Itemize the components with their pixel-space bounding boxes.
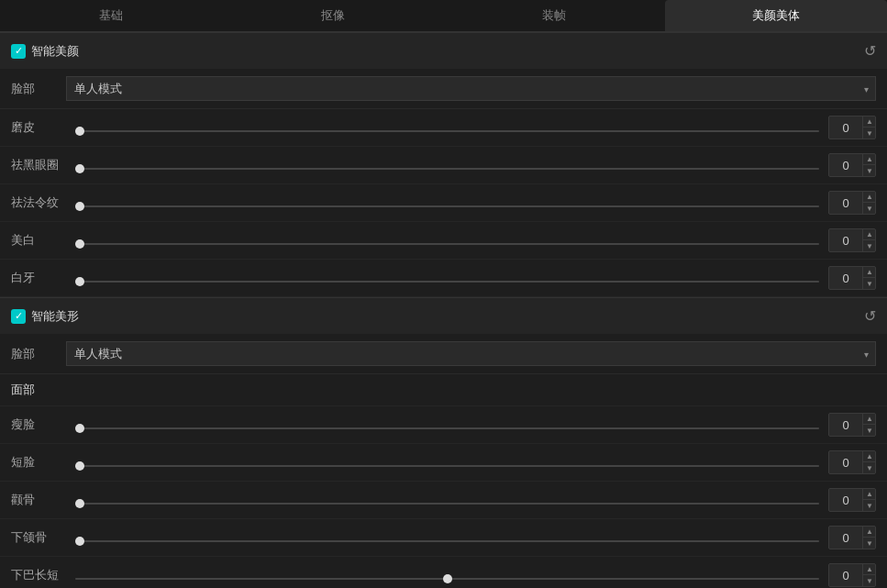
slider-row-heiyequan: 祛黑眼圈 ▲ ▼ (0, 147, 887, 184)
tab-bar: 基础 抠像 装帧 美颜美体 (0, 0, 887, 32)
spinner-up-falingwen[interactable]: ▲ (863, 192, 876, 203)
value-input-mopi[interactable] (829, 118, 862, 138)
slider-label-quangu: 颧骨 (11, 492, 66, 508)
beauty-shape-label: 智能美形 (31, 308, 79, 325)
value-wrapper-baiya: ▲ ▼ (828, 266, 876, 290)
value-input-duanlian[interactable] (829, 453, 862, 472)
check-icon: ✓ (15, 45, 23, 57)
beauty-shape-reset[interactable]: ↺ (864, 307, 876, 325)
slider-row-mopi: 磨皮 ▲ ▼ (0, 109, 887, 147)
slider-duanlian[interactable] (75, 465, 819, 467)
value-input-meibai[interactable] (829, 231, 862, 250)
slider-track-falingwen (75, 196, 819, 210)
spinner-up-meibai[interactable]: ▲ (863, 229, 876, 240)
beauty-shape-header: ✓ 智能美形 ↺ (0, 297, 887, 334)
beauty-face-title: ✓ 智能美颜 (11, 43, 79, 60)
slider-track-xiabachangduan (75, 569, 819, 582)
beauty-face-reset[interactable]: ↺ (864, 42, 876, 60)
beauty-face-checkbox[interactable]: ✓ (11, 44, 26, 59)
slider-label-xiabachangduan: 下巴长短 (11, 567, 66, 583)
value-input-shoulian[interactable] (829, 416, 862, 435)
value-input-xiabachangduan[interactable] (829, 566, 862, 585)
spinner-down-mopi[interactable]: ▼ (863, 128, 876, 139)
slider-falingwen[interactable] (75, 205, 819, 207)
value-input-falingwen[interactable] (829, 194, 862, 213)
slider-track-mopi (75, 121, 819, 135)
slider-track-heiyequan (75, 159, 819, 172)
beauty-face-mode-select[interactable]: 单人模式 多人模式 (66, 76, 876, 101)
value-wrapper-heiyequan: ▲ ▼ (828, 153, 876, 177)
spinner-up-baiya[interactable]: ▲ (863, 267, 876, 278)
slider-row-shoulian: 瘦脸 ▲ ▼ (0, 406, 887, 444)
spinner-down-meibai[interactable]: ▼ (863, 240, 876, 251)
slider-track-duanlian (75, 456, 819, 470)
value-input-xiaqiagu[interactable] (829, 528, 862, 548)
spinner-down-baiya[interactable]: ▼ (863, 278, 876, 289)
spinner-up-mopi[interactable]: ▲ (863, 116, 876, 128)
value-wrapper-duanlian: ▲ ▼ (828, 450, 876, 474)
spinner-up-xiaqiagu[interactable]: ▲ (863, 527, 876, 538)
tab-basic[interactable]: 基础 (0, 0, 222, 31)
value-wrapper-shoulian: ▲ ▼ (828, 413, 876, 437)
slider-row-falingwen: 祛法令纹 ▲ ▼ (0, 184, 887, 222)
spinner-down-quangu[interactable]: ▼ (863, 500, 876, 511)
spinner-down-xiabachangduan[interactable]: ▼ (863, 575, 876, 586)
check-icon-shape: ✓ (15, 310, 23, 322)
slider-meibai[interactable] (75, 243, 819, 245)
slider-track-shoulian (75, 418, 819, 432)
value-wrapper-mopi: ▲ ▼ (828, 116, 876, 139)
tab-beauty[interactable]: 美颜美体 (665, 0, 887, 31)
beauty-shape-mode-select[interactable]: 单人模式 多人模式 (66, 341, 876, 366)
slider-row-xiaqiagu: 下颌骨 ▲ ▼ (0, 519, 887, 557)
spinner-down-heiyequan[interactable]: ▼ (863, 165, 876, 176)
value-wrapper-quangu: ▲ ▼ (828, 488, 876, 512)
slider-xiabachangduan[interactable] (75, 578, 819, 580)
value-input-baiya[interactable] (829, 269, 862, 288)
spinner-up-heiyequan[interactable]: ▲ (863, 154, 876, 165)
spinner-xiaqiagu: ▲ ▼ (862, 527, 876, 549)
face-section-label: 面部 (0, 374, 887, 406)
value-input-quangu[interactable] (829, 491, 862, 510)
slider-baiya[interactable] (75, 281, 819, 283)
beauty-shape-checkbox[interactable]: ✓ (11, 309, 26, 324)
spinner-mopi: ▲ ▼ (862, 116, 876, 139)
slider-quangu[interactable] (75, 503, 819, 505)
slider-track-meibai (75, 234, 819, 248)
slider-track-quangu (75, 494, 819, 507)
spinner-down-shoulian[interactable]: ▼ (863, 425, 876, 436)
slider-row-quangu: 颧骨 ▲ ▼ (0, 482, 887, 519)
slider-track-xiaqiagu (75, 531, 819, 545)
slider-mopi[interactable] (75, 130, 819, 132)
slider-track-baiya (75, 272, 819, 285)
spinner-baiya: ▲ ▼ (862, 267, 876, 289)
spinner-up-xiabachangduan[interactable]: ▲ (863, 564, 876, 575)
beauty-face-mode-wrapper: 单人模式 多人模式 ▾ (66, 76, 876, 101)
slider-label-baiya: 白牙 (11, 270, 66, 286)
spinner-up-quangu[interactable]: ▲ (863, 489, 876, 500)
slider-label-heiyequan: 祛黑眼圈 (11, 157, 66, 173)
spinner-duanlian: ▲ ▼ (862, 451, 876, 473)
slider-xiaqiagu[interactable] (75, 540, 819, 542)
spinner-up-duanlian[interactable]: ▲ (863, 451, 876, 462)
beauty-face-dropdown-row: 脸部 单人模式 多人模式 ▾ (0, 69, 887, 109)
spinner-xiabachangduan: ▲ ▼ (862, 564, 876, 586)
slider-heiyequan[interactable] (75, 168, 819, 170)
value-input-heiyequan[interactable] (829, 156, 862, 175)
spinner-shoulian: ▲ ▼ (862, 414, 876, 436)
tab-image[interactable]: 抠像 (222, 0, 444, 31)
value-wrapper-xiabachangduan: ▲ ▼ (828, 563, 876, 587)
spinner-down-xiaqiagu[interactable]: ▼ (863, 538, 876, 549)
slider-label-falingwen: 祛法令纹 (11, 194, 66, 211)
slider-shoulian[interactable] (75, 427, 819, 429)
spinner-up-shoulian[interactable]: ▲ (863, 414, 876, 425)
slider-row-xiabachangduan: 下巴长短 ▲ ▼ (0, 557, 887, 588)
beauty-shape-mode-wrapper: 单人模式 多人模式 ▾ (66, 341, 876, 366)
beauty-face-header: ✓ 智能美颜 ↺ (0, 32, 887, 69)
tab-layout[interactable]: 装帧 (444, 0, 666, 31)
beauty-shape-dropdown-label: 脸部 (11, 346, 66, 362)
slider-row-meibai: 美白 ▲ ▼ (0, 222, 887, 260)
value-wrapper-xiaqiagu: ▲ ▼ (828, 526, 876, 549)
spinner-down-falingwen[interactable]: ▼ (863, 203, 876, 214)
spinner-quangu: ▲ ▼ (862, 489, 876, 511)
spinner-down-duanlian[interactable]: ▼ (863, 462, 876, 473)
